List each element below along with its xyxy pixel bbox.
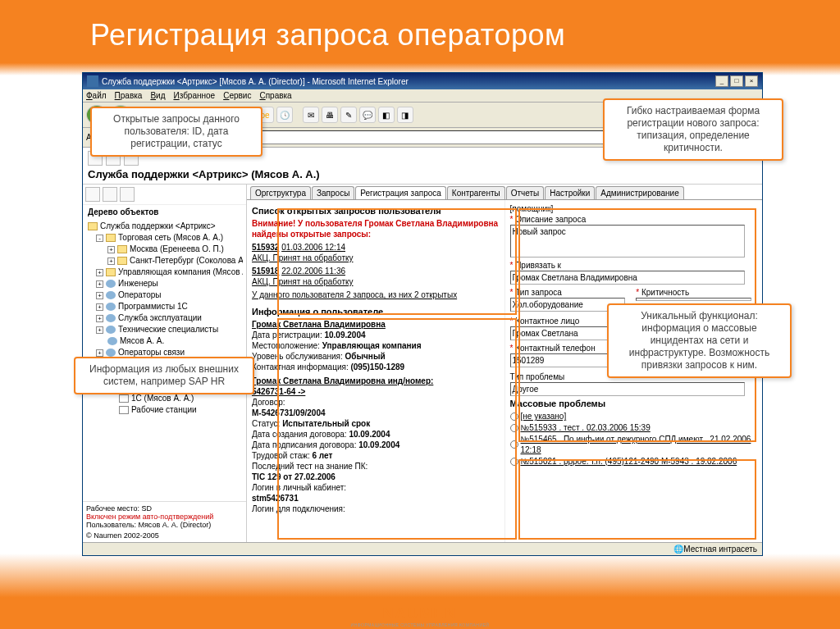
- mass-item-1[interactable]: №515933 . тест . 02.03.2006 15:39: [510, 422, 758, 433]
- tab-requests[interactable]: Запросы: [312, 186, 354, 199]
- tree-tool-3[interactable]: [120, 187, 135, 202]
- menu-view[interactable]: Вид: [150, 91, 165, 100]
- conn-login-label: Логин для подключения:: [252, 504, 345, 513]
- mass-radio-3[interactable]: [510, 458, 518, 466]
- menu-help[interactable]: Справка: [259, 91, 291, 100]
- folder-icon: [117, 245, 127, 253]
- tree-item[interactable]: Рабочие станции: [106, 404, 243, 416]
- tab-registration[interactable]: Регистрация запроса: [355, 186, 445, 199]
- tree-item[interactable]: -Торговая сеть (Мясов А. А.): [94, 232, 243, 244]
- maximize-button[interactable]: □: [730, 75, 743, 87]
- mass-item-0[interactable]: [не указано]: [510, 411, 758, 422]
- tree-item[interactable]: +Операторы: [94, 289, 243, 301]
- menu-file[interactable]: Файл: [86, 91, 107, 100]
- tree-toggle[interactable]: +: [96, 349, 103, 357]
- descr-input[interactable]: Новый запрос: [510, 225, 745, 258]
- tree-toggle[interactable]: +: [107, 258, 115, 265]
- tree-toggle[interactable]: +: [96, 303, 103, 311]
- request-status-1: АКЦ. Принят на обработку: [252, 277, 354, 286]
- menu-edit[interactable]: Правка: [115, 91, 143, 100]
- problem-select[interactable]: Другое: [510, 382, 745, 396]
- status-label: Статус:: [252, 419, 280, 428]
- tree-item[interactable]: 1С (Мясов А. А.): [106, 393, 243, 404]
- descr-label: Описание запроса: [515, 215, 586, 224]
- people-icon: [106, 326, 116, 334]
- tree-item[interactable]: +Программисты 1С: [94, 301, 243, 312]
- mass-label-2: №515465 . По инф-ии от дежурного СПД име…: [521, 434, 758, 455]
- tree-item[interactable]: +Инженеры: [94, 278, 243, 289]
- tree-item-label: Мясов А. А.: [120, 335, 164, 347]
- mail-button[interactable]: ✉: [303, 107, 319, 123]
- tree-item[interactable]: +Управляющая компания (Мясов А.: [94, 267, 243, 278]
- tb-extra2[interactable]: ◨: [397, 107, 413, 123]
- tree-root-label: Служба поддержки <Артрикс>: [100, 221, 216, 232]
- mass-radio-1[interactable]: [510, 424, 518, 432]
- mass-radio-0[interactable]: [510, 412, 518, 421]
- footer-workplace: Рабочее место: SD: [86, 504, 243, 513]
- naumen-logo-sub: ИНФОРМАЦИОННЫЕ СИСТЕМЫ УПРАВЛЕНИЯ КОМПАН…: [351, 622, 490, 627]
- test-value: TIC 129 от 27.02.2006: [252, 472, 336, 481]
- tab-admin[interactable]: Администрирование: [596, 186, 683, 199]
- tab-settings[interactable]: Настройки: [545, 186, 595, 199]
- callout-flexible-form: Гибко настраиваемая форма регистрации но…: [603, 98, 783, 161]
- open-requests-header: Список открытых запросов пользователя: [252, 206, 500, 217]
- tree-item-label: Технические специалисты: [118, 324, 218, 335]
- tree-toggle[interactable]: +: [96, 280, 103, 288]
- ind-label[interactable]: Громак Светлана Владимировна инд/номер:: [252, 376, 433, 385]
- mass-label-3: №515021 . рррое. т.п. (495)121-2490 М-59…: [521, 456, 737, 467]
- mass-item-2[interactable]: №515465 . По инф-ии от дежурного СПД име…: [510, 434, 758, 455]
- request-id-1[interactable]: 515918: [252, 267, 279, 276]
- mass-radio-2[interactable]: [510, 440, 518, 449]
- tree-title: Дерево объектов: [83, 205, 246, 219]
- tree-toggle[interactable]: -: [96, 235, 103, 242]
- location-value: Управляющая компания: [322, 341, 422, 350]
- tree-item[interactable]: +Служба эксплуатации: [94, 312, 243, 324]
- tree-toggle[interactable]: +: [96, 269, 103, 276]
- requests-summary[interactable]: У данного пользователя 2 запроса, из них…: [252, 289, 500, 300]
- menu-favorites[interactable]: Избранное: [173, 91, 215, 100]
- close-button[interactable]: ×: [745, 75, 758, 87]
- tree-tool-1[interactable]: [85, 187, 100, 202]
- tree-toggle[interactable]: +: [96, 315, 103, 322]
- status-zone-icon: 🌐: [673, 545, 683, 554]
- folder-icon: [106, 234, 116, 242]
- tree-item[interactable]: +Москва (Еренеева О. П.): [106, 244, 243, 255]
- request-id-0[interactable]: 515932: [252, 243, 279, 252]
- mass-header: Массовые проблемы: [510, 399, 758, 409]
- people-icon: [106, 349, 116, 357]
- print-button[interactable]: 🖶: [322, 107, 338, 123]
- tree-toggle[interactable]: +: [96, 326, 103, 334]
- window-titlebar: Служба поддержки <Артрикс> [Мясов А. А. …: [83, 73, 762, 89]
- mass-item-3[interactable]: №515021 . рррое. т.п. (495)121-2490 М-59…: [510, 456, 758, 467]
- tb-extra1[interactable]: ◧: [378, 107, 395, 123]
- tab-contragents[interactable]: Контрагенты: [447, 186, 505, 199]
- user-name[interactable]: Громак Светлана Владимировна: [252, 319, 500, 330]
- tab-reports[interactable]: Отчеты: [506, 186, 545, 199]
- bind-input[interactable]: Громак Светлана Владимировна: [510, 271, 745, 285]
- slide-title: Регистрация запроса оператором: [90, 18, 565, 52]
- service-level-label: Уровень обслуживания:: [252, 352, 343, 361]
- minimize-button[interactable]: _: [715, 75, 728, 87]
- crit-select[interactable]: [636, 298, 751, 301]
- helper-link[interactable]: [помощник]: [510, 203, 758, 214]
- discuss-button[interactable]: 💬: [359, 107, 376, 123]
- tree-root[interactable]: Служба поддержки <Артрикс>: [86, 221, 243, 232]
- callout-open-requests: Открытые запросы данного пользователя: I…: [90, 107, 262, 157]
- tab-orgstructure[interactable]: Оргструктура: [250, 186, 311, 199]
- people-icon: [106, 291, 116, 299]
- menu-tools[interactable]: Сервис: [223, 91, 251, 100]
- bind-label: Привязать к: [515, 261, 561, 270]
- exp-value: 6 лет: [312, 451, 332, 460]
- ind-value[interactable]: 5426731-64 ->: [252, 387, 305, 396]
- history-button[interactable]: 🕓: [276, 107, 293, 123]
- tree-item[interactable]: +Санкт-Петербург (Соколова А.: [106, 255, 243, 267]
- tree-item[interactable]: Мясов А. А.: [94, 335, 243, 347]
- tree-toggle[interactable]: +: [96, 292, 103, 299]
- edit-button[interactable]: ✎: [340, 107, 357, 123]
- tree-item-label: Москва (Еренеева О. П.): [130, 244, 224, 255]
- tree-item[interactable]: +Технические специалисты: [94, 324, 243, 335]
- sdate-label: Дата подписания договора:: [252, 440, 356, 449]
- tree-tool-2[interactable]: [103, 187, 117, 202]
- cdate-label: Дата создания договора:: [252, 430, 347, 439]
- tree-toggle[interactable]: +: [107, 246, 115, 253]
